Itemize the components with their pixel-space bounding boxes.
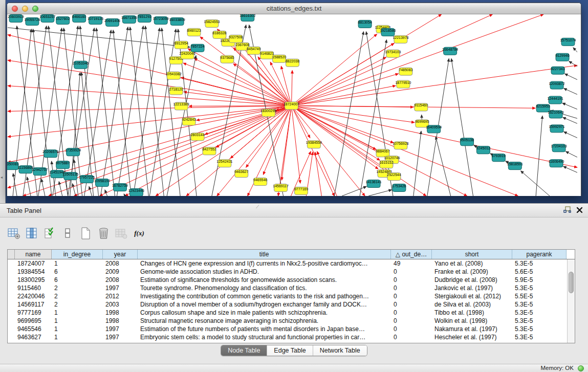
graph-node[interactable]: 14569117 [273,184,289,192]
graph-node[interactable]: 2522544 [387,173,401,181]
graph-node[interactable]: 12942757 [32,168,48,176]
graph-node[interactable]: 18724007 [284,102,299,110]
graph-node[interactable]: 9242843 [182,118,196,125]
graph-node[interactable]: 15824553 [204,19,220,27]
graph-node[interactable]: 8912954 [175,41,188,49]
graph-node[interactable]: 21053346 [73,61,89,69]
cell-out_de[interactable]: 49 [391,259,432,268]
graph-node[interactable]: 9777169 [294,187,308,195]
cell-year[interactable]: 2008 [103,276,138,284]
graph-node[interactable]: 7485083 [399,68,412,75]
table-row[interactable]: 911546021997Tourette syndrome. Phenomeno… [8,284,575,292]
graph-node[interactable]: 20603919 [8,14,24,22]
cell-in_degree[interactable]: 2 [52,292,103,300]
tab-node-table[interactable]: Node Table [221,345,267,356]
table-row[interactable]: 1456911722003Disruption of a novel membe… [8,300,575,309]
graph-node[interactable]: 20206576 [42,150,58,158]
cell-pagerank[interactable]: 5.3E-5 [512,325,567,333]
cell-year[interactable]: 1998 [103,317,138,325]
graph-node[interactable]: 15723059 [153,16,169,24]
graph-node[interactable]: 9227343 [551,67,564,74]
cell-short[interactable]: Yano et al. (2008) [432,259,512,268]
graph-node[interactable]: 8466160 [72,14,86,22]
cell-short[interactable]: de Silva et al. (2003) [432,300,512,309]
table-row[interactable]: 946554611997Estimation of the future num… [8,325,575,333]
cell-title[interactable]: Tourette syndrome. Phenomenology and cla… [138,284,391,292]
cell-short[interactable]: Dudbridge et al. (2008) [432,276,512,284]
cell-title[interactable]: Genome-wide association studies in ADHD. [138,268,391,276]
graph-node[interactable]: 11156869 [18,166,33,173]
new-document-button[interactable] [79,227,92,240]
split-pane-grip[interactable]: ⟋ [256,204,259,210]
row-gutter[interactable] [8,325,15,333]
graph-node[interactable]: 2718120 [169,87,183,95]
graph-node[interactable]: 1588520 [272,55,286,62]
graph-node[interactable]: 9505138 [460,138,474,146]
graph-node[interactable]: 12213978 [393,35,408,43]
graph-node[interactable]: 8813054 [358,20,372,28]
graph-node[interactable]: 17204103 [551,144,567,152]
graph-node[interactable]: 16782759 [112,184,128,191]
cell-year[interactable]: 2009 [103,268,138,276]
graph-node[interactable]: 16210643 [548,111,564,118]
cell-short[interactable]: Franke et al. (2009) [432,268,512,276]
graph-node[interactable]: 12444191 [548,96,563,104]
cell-out_de[interactable]: 0 [391,317,432,325]
graph-node[interactable]: 15818591 [507,162,523,170]
table-row[interactable]: 1938455462009Genome-wide association stu… [8,268,575,276]
graph-node[interactable]: 13505135 [62,172,78,180]
cell-in_degree[interactable]: 1 [52,333,103,341]
graph-node[interactable]: 9465546 [253,178,267,186]
column-header-name[interactable]: name [15,250,52,259]
cell-name[interactable]: 9463627 [15,333,52,341]
cell-name[interactable]: 9777169 [15,309,52,317]
cell-year[interactable]: 1997 [103,284,138,292]
close-panel-icon[interactable] [576,207,583,213]
cell-title[interactable]: Investigating the contribution of common… [138,292,391,300]
delete-table-disabled-button[interactable] [115,227,128,240]
graph-node[interactable]: 9327508 [229,35,243,42]
float-window-icon[interactable] [563,206,571,213]
graph-node[interactable]: 14136141 [366,180,382,188]
row-gutter[interactable] [8,300,15,309]
graph-node[interactable]: 16033809 [169,17,185,25]
graph-node[interactable]: 8427552 [202,147,216,155]
cell-name[interactable]: 9465546 [15,325,52,333]
cell-name[interactable]: 18724007 [15,259,52,268]
vertical-scrollbar[interactable] [567,259,575,343]
cell-in_degree[interactable]: 1 [52,259,103,268]
graph-node[interactable]: 9375685 [220,55,234,63]
cell-title[interactable]: Estimation of the future numbers of pati… [138,325,391,333]
cell-pagerank[interactable]: 5.3E-5 [512,317,567,325]
graph-node[interactable]: 12923446 [128,189,144,196]
cell-in_degree[interactable]: 2 [52,284,103,292]
column-header-title[interactable]: title [138,250,391,259]
table-row[interactable]: 1830029562008Estimation of significance … [8,276,575,284]
cell-title[interactable]: Estimation of significance thresholds fo… [138,276,391,284]
cell-in_degree[interactable]: 6 [52,276,103,284]
cell-title[interactable]: Changes of HCN gene expression and I(f) … [138,259,391,268]
table-settings-button[interactable] [7,227,20,240]
cell-title[interactable]: Disruption of a novel member of a sodium… [138,300,391,309]
scrollbar-thumb[interactable] [569,272,574,293]
cell-out_de[interactable]: 0 [391,284,432,292]
select-functions-button[interactable] [43,227,56,240]
graph-node[interactable]: 15992971 [549,125,565,133]
graph-node[interactable]: 9975887 [56,161,70,169]
graph-node[interactable]: 7857224 [190,44,204,52]
cell-year[interactable]: 2012 [103,292,138,300]
cell-year[interactable]: 1998 [103,309,138,317]
cell-in_degree[interactable]: 1 [52,325,103,333]
graph-node[interactable]: 17957225 [79,176,95,183]
graph-node[interactable]: 12213389 [173,102,189,110]
row-gutter[interactable] [8,276,15,284]
row-gutter[interactable] [8,268,15,276]
table-row[interactable]: 977716911998Corpus callosum shape and si… [8,309,575,317]
graph-node[interactable]: 18616302 [239,14,255,21]
cell-out_de[interactable]: 0 [391,333,432,341]
cell-year[interactable]: 1997 [103,325,138,333]
cell-name[interactable]: 9115460 [15,284,52,292]
table-row[interactable]: 2242004622012Investigating the contribut… [8,292,575,300]
window-titlebar[interactable]: citations_edges.txt [7,3,581,14]
cell-name[interactable]: 19384554 [15,268,52,276]
